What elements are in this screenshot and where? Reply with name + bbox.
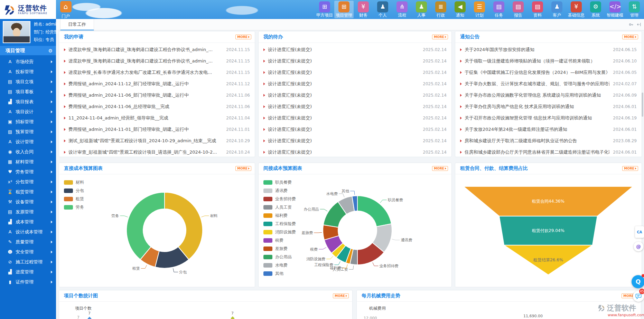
list-item[interactable]: 进度款申报_长春市伊通河水力发电厂改建工程_长春市伊通河水力发电... 2024… — [59, 67, 255, 78]
sidebar-item[interactable]: ⚒ 设备管理 — [0, 197, 56, 207]
sidebar-item[interactable]: ▤ 发票管理 — [0, 207, 56, 217]
sidebar-item[interactable]: ▦ 材料管理 — [0, 157, 56, 167]
legend-item[interactable]: 通讯费 — [263, 186, 296, 195]
sidebar-item[interactable]: ♥ 劳务管理 — [0, 167, 56, 177]
legend-item[interactable]: 水电费 — [263, 261, 296, 269]
qq-service-button[interactable]: Q — [632, 275, 644, 288]
sidebar-item[interactable]: ⌛ 租赁管理 — [0, 187, 56, 197]
sidebar-item[interactable]: A 设计管理 — [0, 137, 56, 147]
key-icon[interactable] — [629, 22, 634, 27]
list-item[interactable]: 设计进度汇报(未提交) 2025.02.14 — [259, 67, 451, 78]
list-item[interactable]: 关于2024年国庆节放假安排的通知 2024.06.15 — [455, 44, 642, 55]
legend-item[interactable]: 消防设施费 — [263, 228, 296, 236]
topnav-item[interactable]: ▤ 任务 — [489, 1, 508, 18]
topnav-item[interactable]: ⇅ 管理 — [625, 1, 644, 18]
list-item[interactable]: 费用报销_admin_2024-11-06_部门经理审批_胡建,_运行中 202… — [59, 89, 255, 101]
list-item[interactable]: 关于举办大数据、云计算技术在城市建设、规划、管理与服务中的应用培训班... 20… — [455, 78, 642, 89]
sidebar-item[interactable]: ▤ 项目立项 — [0, 77, 56, 87]
sidebar-item[interactable]: ▣ 招标管理 — [0, 117, 56, 127]
topnav-item[interactable]: ▤ 资料 — [528, 1, 547, 18]
list-item[interactable]: 设计进度汇报(未提交) 2025.02.14 — [259, 44, 451, 55]
list-item[interactable]: 关于发放2024年第24批一级建造师注册证书的通知 2024.06.01 — [455, 124, 642, 135]
sidebar-item[interactable]: ▟ 项目报表 — [0, 97, 56, 107]
list-item[interactable]: 房和城乡建设厅关于取消二级建造师临时执业证书的公告 2023.08.29 — [455, 135, 642, 146]
list-item[interactable]: 11_2024-11-04_admin_经营部_领导审批__完成 2024.11… — [59, 112, 255, 124]
list-item[interactable]: 关于举办住房与房地产信息化 技术及应用培训班的通知 2024.06.01 — [455, 101, 642, 112]
tab-daily-work[interactable]: 日常工作 — [60, 19, 94, 30]
list-item[interactable]: 设计进度汇报(未提交) 2025.02.14 — [259, 55, 451, 67]
sidebar-item[interactable]: ✎ 质量管理 — [0, 237, 56, 247]
legend-item[interactable]: 其他 — [263, 269, 296, 278]
topnav-item[interactable]: ⚙ 系统 — [586, 1, 605, 18]
list-item[interactable]: 设计审查_彭祖新城"四馆"景观工程设计项目_请选择_胡广生_2024-10-2.… — [59, 146, 255, 158]
watermark-url[interactable]: www.fanpusoft.com — [608, 313, 642, 318]
topnav-item[interactable]: ¥ 基础信息 — [567, 1, 586, 18]
legend-item[interactable]: 人员工资 — [263, 203, 296, 211]
legend-item[interactable]: 材料 — [64, 178, 84, 186]
list-item[interactable]: 设计进度汇报(未提交) 2025.02.14 — [259, 112, 451, 124]
scrollbar-thumb[interactable] — [642, 93, 643, 117]
list-item[interactable]: 设计进度汇报(未提交) 2025.02.14 — [259, 146, 451, 158]
topnav-item[interactable]: ▤ 报告 — [508, 1, 528, 18]
more-button[interactable]: MORE — [432, 35, 448, 39]
topnav-item[interactable]: ♟ 客户 — [547, 1, 567, 18]
sidebar-item[interactable]: ▤ 项目看板 — [0, 87, 56, 97]
legend-item[interactable]: 职员餐费 — [263, 178, 296, 186]
ca-float-button[interactable]: CA — [635, 226, 644, 238]
topnav-item[interactable]: </> 智能建模 — [605, 1, 625, 18]
legend-item[interactable]: 办公用品 — [263, 253, 296, 261]
list-item[interactable]: 费用报销_admin_2024-11-06_总经理审批__完成 2024.11.… — [59, 101, 255, 112]
sidebar-item[interactable]: A 项目设计 — [0, 107, 56, 117]
legend-item[interactable]: 工程保险费 — [263, 220, 296, 228]
legend-item[interactable]: 业务招待费 — [263, 195, 296, 203]
list-item[interactable]: 测试_彭祖新城"四馆"景观工程设计项目_2024-10-29_admin_结束_… — [59, 135, 255, 146]
topnav-item[interactable]: ⊞ 项目管理 — [334, 1, 354, 18]
sidebar-item[interactable]: A 设计成本管理 — [0, 227, 56, 237]
list-item[interactable]: 于征集《中国建筑施工行业信息化发展报告（2024）—BIM应用与发展》材料...… — [455, 67, 642, 78]
more-button[interactable]: MORE — [622, 35, 638, 39]
legend-item[interactable]: 差旅费 — [263, 244, 296, 253]
more-button[interactable]: MORE — [432, 166, 448, 171]
topnav-item[interactable]: ♟ 个人 — [373, 1, 392, 18]
list-item[interactable]: 设计进度汇报(未提交) 2025.02.14 — [259, 124, 451, 135]
list-item[interactable]: 关于举办市政公用设施数字化管理信息 系统建设与应用培训班的通知 2024.06.… — [455, 89, 642, 101]
sidebar-item[interactable]: x² 分包管理 — [0, 177, 56, 187]
topnav-item[interactable]: ◀ 通知 — [450, 1, 470, 18]
sidebar-item[interactable]: ▟ 进度管理 — [0, 267, 56, 277]
topnav-item[interactable]: ♟ 人事 — [412, 1, 431, 18]
gear-icon[interactable]: ⚙ — [48, 48, 53, 54]
list-item[interactable]: 进度款申报_珠海鹤港口建设_珠海鹤港口建设工程合作协议书_admin_... 2… — [59, 55, 255, 67]
sidebar-item[interactable]: ☻ 安全管理 — [0, 247, 56, 257]
sidebar-item[interactable]: ⊘ 施工过程管理 — [0, 257, 56, 267]
topnav-item[interactable]: ≣ 行政 — [431, 1, 450, 18]
more-button[interactable]: MORE — [235, 166, 251, 171]
more-button[interactable]: MORE — [622, 166, 638, 171]
list-item[interactable]: 关于领取一级注册建造师增项贴的通知（须持一建证书前来领取） 2024.06.10 — [455, 55, 642, 67]
sidebar-item[interactable]: ▨ 预算管理 — [0, 127, 56, 137]
list-item[interactable]: 住房和城乡建设部办公厅关于同意吉林省开展二级建造师注册证书电子化试点... 20… — [455, 146, 642, 158]
legend-item[interactable]: 租赁 — [64, 195, 84, 203]
topnav-item-portal[interactable]: ⌂ 门户 — [58, 1, 74, 19]
list-item[interactable]: 关于召开市政公用设施智慧化管理 信息技术与应用培训班的通知 2024.06.19 — [455, 112, 642, 124]
legend-item[interactable]: 税费 — [263, 236, 296, 244]
list-item[interactable]: 设计进度汇报(未提交) 2025.02.14 — [259, 89, 451, 101]
legend-item[interactable]: 分包 — [64, 186, 84, 195]
legend-item[interactable]: 福利费 — [263, 211, 296, 220]
topnav-item[interactable]: ⋔ 流程 — [392, 1, 412, 18]
sidebar-item[interactable]: A 市场经营 — [0, 57, 56, 67]
sidebar-item[interactable]: A 投标管理 — [0, 67, 56, 77]
list-item[interactable]: 进度款申报_珠海鹤港口建设_珠海鹤港口建设工程合作协议书_admin_... 2… — [59, 44, 255, 55]
legend-item[interactable]: 劳务 — [64, 203, 84, 211]
more-button[interactable]: MORE — [235, 35, 251, 39]
more-button[interactable]: MORE — [333, 293, 349, 298]
collapse-panel-icon[interactable] — [636, 22, 641, 27]
list-item[interactable]: 设计进度汇报(未提交) 2025.02.14 — [259, 135, 451, 146]
list-item[interactable]: 设计进度汇报(未提交) 2025.02.14 — [259, 78, 451, 89]
sidebar-module-header[interactable]: 项目管理 ⚙ — [0, 46, 56, 55]
sidebar-item[interactable]: ▟ 成本管理 — [0, 217, 56, 227]
list-item[interactable]: 费用报销_admin_2024-11-12_部门经理审批_胡建,_运行中 202… — [59, 78, 255, 89]
topnav-item[interactable]: ⊞ 甲方项目 — [315, 1, 334, 18]
sidebar-item[interactable]: ▮ 证件管理 — [0, 277, 56, 287]
topnav-item[interactable]: ☰ 计划 — [470, 1, 489, 18]
sidebar-item[interactable]: ◉ 收入合同 — [0, 147, 56, 157]
